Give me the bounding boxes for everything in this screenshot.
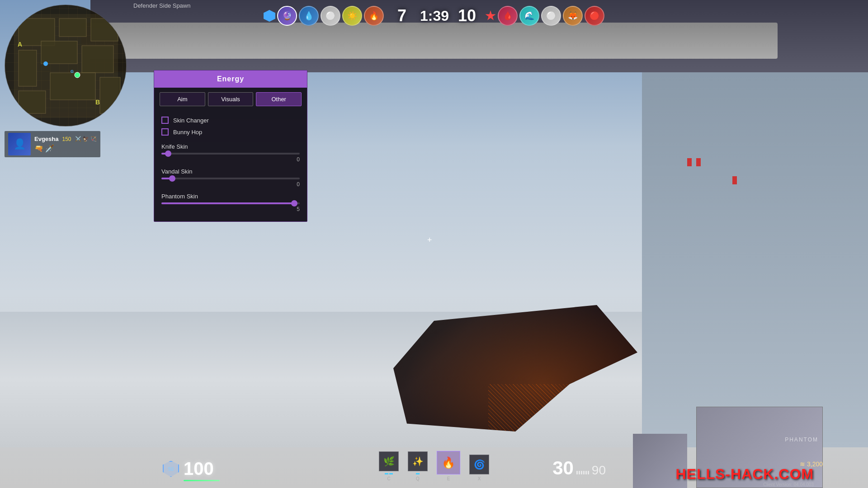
weapon-lines [488,384,651,447]
player-avatar: 👤 [8,133,31,155]
svg-rect-4 [19,50,37,86]
bunny-hop-label: Bunny Hop [173,129,202,136]
tab-aim[interactable]: Aim [160,92,205,106]
map-svg: A B G [5,5,127,127]
phantom-skin-fill [161,202,294,204]
ability-x-key: X [478,476,481,481]
health-value: 100 [184,459,214,479]
weapon-in-hand [380,289,651,447]
client-version: Client Version: 04.04.003 [763,482,814,487]
weapon-shape [380,289,651,447]
svg-rect-8 [50,73,95,100]
vandal-skin-track[interactable] [161,178,300,179]
svg-point-10 [75,72,80,78]
health-container: 100 [184,459,214,479]
tab-other[interactable]: Other [256,92,302,106]
watermark: HELLS-HACK.COM [675,466,814,483]
bullet-3 [581,471,582,474]
vandal-skin-section: Vandal Skin 0 [161,168,300,188]
ability-c: 🌿 C [379,451,399,481]
ability-q: ✨ Q [408,451,428,481]
agent-icon-defender-1: 🔮 [277,6,297,26]
menu-panel: Energy Aim Visuals Other Skin Changer Bu… [154,70,307,222]
shield-value: 50 [168,466,174,472]
vandal-skin-value: 0 [161,181,300,188]
score-block: 7 1:39 10 [384,6,485,25]
agent-icon-defender-4: ☀️ [342,6,362,26]
player-details: Evgesha 150 ⚔️ 🦅 🏹 🔫 🗡️ [34,136,97,153]
ability-c-icon[interactable]: 🌿 [379,451,399,471]
enemy-dot [696,158,701,166]
ammo-bullets [576,471,589,474]
bunny-hop-row: Bunny Hop [161,126,300,138]
bullet-4 [583,471,585,474]
agent-icon-attacker-3: ⚪ [541,6,561,26]
vandal-skin-label: Vandal Skin [161,168,300,175]
team-attacker-icon [485,10,496,21]
menu-title: Energy [154,70,307,88]
svg-text:G: G [71,69,74,74]
phantom-skin-value: 5 [161,206,300,212]
ability-e-icon[interactable]: 🔥 [437,451,460,474]
skin-changer-row: Skin Changer [161,114,300,126]
charge-pip [385,473,388,474]
tab-visuals[interactable]: Visuals [208,92,254,106]
bullet-1 [576,471,578,474]
agent-icon-attacker-4: 🦊 [563,6,583,26]
game-timer: 1:39 [420,8,449,24]
score-defenders: 7 [393,6,411,25]
knife-skin-section: Knife Skin 0 [161,143,300,163]
agent-icon-attacker-1: 🩸 [498,6,518,26]
health-bar-fill [184,480,220,481]
svg-text:A: A [18,41,22,48]
health-section: 50 100 [163,459,214,479]
bullet-6 [588,471,589,474]
bullet-5 [585,471,587,474]
abilities-section: 🌿 C ✨ Q 🔥 E 🌀 X [379,451,489,481]
ability-x: 🌀 X [469,455,489,481]
score-attackers: 10 [458,6,476,25]
phantom-skin-section: Phantom Skin 5 [161,193,300,212]
bunny-hop-checkbox[interactable] [161,128,169,136]
skin-changer-label: Skin Changer [173,117,209,124]
ability-q-icon[interactable]: ✨ [408,451,428,471]
ability-c-charges [385,473,393,474]
ability-e-key: E [447,476,450,481]
player-credits: 150 [62,136,71,142]
phantom-skin-track[interactable] [161,202,300,204]
team-defender-icon [264,10,275,22]
charge-pip [416,473,420,474]
svg-rect-6 [82,46,113,73]
svg-point-11 [43,61,48,66]
player-info: 👤 Evgesha 150 ⚔️ 🦅 🏹 🔫 🗡️ [5,131,100,157]
ammo-section: 30 90 [552,457,606,479]
team-attackers: 🩸 🌊 ⚪ 🦊 🔴 [485,6,604,26]
knife-skin-thumb[interactable] [165,150,171,157]
player-weapons: 🔫 🗡️ [34,144,97,153]
shield-container: 50 [163,461,179,477]
svg-rect-2 [59,19,86,37]
ability-c-key: C [387,476,390,481]
svg-rect-9 [100,77,120,113]
vandal-skin-thumb[interactable] [169,175,175,182]
right-wall [642,72,868,447]
skin-changer-checkbox[interactable] [161,117,169,124]
svg-rect-5 [41,41,77,64]
ability-q-charges [416,473,420,474]
agent-icon-attacker-2: 🌊 [519,6,539,26]
team-defenders: 🔮 💧 ⚪ ☀️ 🔥 [264,6,384,26]
knife-skin-value: 0 [161,156,300,163]
enemy-dot [687,158,692,166]
minimap: A B G [5,5,127,127]
phantom-skin-thumb[interactable] [291,200,297,206]
svg-rect-7 [19,91,46,113]
ability-e: 🔥 E [437,451,460,481]
weapon-label: PHANTOM [785,436,818,443]
health-bar [184,480,220,481]
phantom-skin-label: Phantom Skin [161,193,300,200]
top-hud: 🔮 💧 ⚪ ☀️ 🔥 7 1:39 10 🩸 🌊 ⚪ 🦊 🔴 [0,0,868,32]
ability-x-icon[interactable]: 🌀 [469,455,489,474]
charge-pip [389,473,393,474]
knife-skin-track[interactable] [161,153,300,155]
player-name: Evgesha [34,136,58,142]
